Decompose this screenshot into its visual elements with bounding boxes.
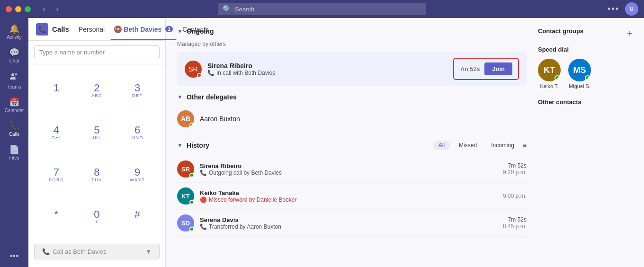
history-avatar: KT	[177, 187, 194, 205]
calls-icon-btn: 📞	[36, 23, 48, 36]
history-duration: 7m 52s	[503, 216, 527, 223]
search-icon: 🔍	[223, 5, 232, 14]
history-info: Sirena Ribeiro 📞 Outgoing call by Beth D…	[200, 162, 497, 176]
minimize-button[interactable]	[15, 6, 21, 12]
outgoing-call-icon: 📞	[200, 169, 207, 176]
speed-dial-avatar: KT	[538, 59, 561, 81]
sidebar-item-calls[interactable]: 📞 Calls	[2, 118, 27, 141]
dial-letters: TUV	[91, 178, 102, 183]
collapse-icon[interactable]: ▼	[177, 142, 183, 149]
close-button[interactable]	[6, 6, 12, 12]
titlebar: ‹ › 🔍 ••• U	[0, 0, 644, 18]
dial-key-3[interactable]: 3DEF	[119, 72, 156, 110]
status-dot	[189, 200, 194, 205]
sidebar-item-chat[interactable]: 💬 Chat	[2, 44, 27, 67]
dial-key-6[interactable]: 6MNO	[119, 114, 156, 152]
delegate-item: AB Aaron Buxton	[177, 107, 527, 131]
dial-key-5[interactable]: 5JKL	[79, 114, 116, 152]
speed-dial-name: Keiko T.	[540, 83, 559, 89]
dial-number: 7	[54, 167, 59, 178]
history-name: Sirena Ribeiro	[200, 162, 497, 169]
tab-personal[interactable]: Personal	[75, 18, 108, 40]
right-column: Contact groups + Speed dial KT Keiko T.	[538, 27, 633, 258]
traffic-lights	[6, 6, 31, 12]
history-avatar: SD	[177, 214, 194, 231]
sidebar-item-label: Calender	[5, 108, 24, 113]
other-delegates-title: Other delegates	[187, 93, 237, 101]
dial-number: 3	[134, 83, 140, 93]
history-title: History	[187, 142, 209, 149]
dial-letters: PQRS	[49, 178, 64, 183]
back-button[interactable]: ‹	[38, 3, 50, 15]
collapse-icon[interactable]: ▼	[177, 94, 183, 100]
dial-number: 9	[134, 167, 140, 178]
activity-icon: 🔔	[9, 25, 19, 33]
dial-key-2[interactable]: 2ABC	[79, 72, 116, 110]
filter-incoming[interactable]: Incoming	[485, 141, 520, 150]
join-button[interactable]: Join	[484, 62, 512, 75]
history-sub: 📞 Transferred by Aaron Buxton	[200, 223, 497, 230]
dial-key-4[interactable]: 4GHI	[38, 114, 75, 152]
dial-letters: JKL	[92, 135, 101, 141]
dial-letters: ABC	[91, 93, 102, 99]
speed-dial-item[interactable]: MS Miguel S.	[568, 59, 591, 89]
history-item: SR Sirena Ribeiro 📞 Outgoing call by Bet…	[177, 156, 527, 183]
dial-number: 6	[134, 125, 140, 135]
history-meta: 9:00 p.m.	[503, 193, 527, 199]
contact-groups-header: Contact groups +	[538, 27, 633, 40]
dial-letters: MNO	[131, 135, 143, 141]
phone-icon: 📞	[42, 248, 50, 255]
teams-icon	[9, 72, 19, 83]
main-content: ▼ Ongoing Managed by others SR Sirena Ri…	[166, 18, 644, 267]
history-sub: 📞 Outgoing call by Beth Davies	[200, 169, 497, 176]
filter-all[interactable]: All	[433, 141, 450, 150]
tab-beth-davies[interactable]: BD Beth Davies 1	[110, 18, 177, 40]
filter-missed[interactable]: Missed	[453, 141, 483, 150]
tab-contacts[interactable]: Contacts	[179, 18, 212, 40]
status-dot	[555, 75, 560, 81]
sidebar-more-button[interactable]: •••	[2, 248, 27, 264]
sidebar-item-teams[interactable]: Teams	[2, 68, 27, 93]
name-number-input[interactable]	[34, 45, 160, 59]
history-section: ▼ History All Missed Incoming ≡ SR	[177, 141, 527, 237]
managed-by-label: Managed by others	[177, 41, 527, 47]
caller-sub: 📞 In call with Beth Davies	[207, 70, 447, 76]
chat-icon: 💬	[9, 48, 19, 57]
sidebar-item-files[interactable]: 📄 Files	[2, 142, 27, 164]
search-bar[interactable]: 🔍	[218, 3, 426, 15]
dial-key-7[interactable]: 7PQRS	[38, 156, 75, 195]
caller-info: Sirena Ribeiro 📞 In call with Beth Davie…	[207, 62, 447, 76]
nav-arrows: ‹ ›	[38, 3, 63, 15]
forward-button[interactable]: ›	[52, 3, 63, 15]
dial-key-9[interactable]: 9WXYZ	[119, 156, 156, 195]
join-area: 7m 52s Join	[453, 58, 519, 80]
more-options-icon[interactable]: •••	[608, 4, 619, 14]
filter-icon[interactable]: ≡	[523, 142, 527, 149]
dial-number: *	[54, 209, 59, 220]
speed-dial-name: Miguel S.	[569, 83, 590, 89]
dial-key-1[interactable]: 1	[38, 72, 75, 110]
maximize-button[interactable]	[25, 6, 31, 12]
add-contact-group-button[interactable]: +	[627, 28, 633, 39]
call-as-button[interactable]: 📞 Call as Beth Davies ▼	[34, 244, 160, 259]
in-call-icon: 📞	[207, 70, 215, 76]
dial-key-0[interactable]: 0+	[79, 198, 116, 236]
sidebar-item-activity[interactable]: 🔔 Activity	[2, 21, 27, 44]
calendar-icon: 📅	[9, 98, 19, 107]
avatar[interactable]: U	[625, 2, 638, 16]
call-as-label: Call as Beth Davies	[53, 248, 106, 255]
call-timer: 7m 52s	[460, 65, 480, 72]
dial-key-#[interactable]: #	[119, 198, 156, 236]
history-time: 9:20 p.m.	[503, 169, 527, 176]
more-icon: •••	[10, 252, 19, 260]
files-icon: 📄	[9, 145, 19, 154]
speed-dial-avatar: MS	[568, 59, 591, 81]
sidebar-item-calendar[interactable]: 📅 Calender	[2, 94, 27, 117]
speed-dial-item[interactable]: KT Keiko T.	[538, 59, 561, 89]
dial-key-8[interactable]: 8TUV	[79, 156, 116, 195]
dial-key-*[interactable]: *	[38, 198, 75, 236]
calls-title: Calls	[52, 25, 69, 33]
search-input[interactable]	[235, 6, 421, 13]
status-dot	[197, 73, 202, 78]
tab-bar: 📞 Calls Personal BD Beth Davies 1 Contac…	[28, 18, 165, 41]
